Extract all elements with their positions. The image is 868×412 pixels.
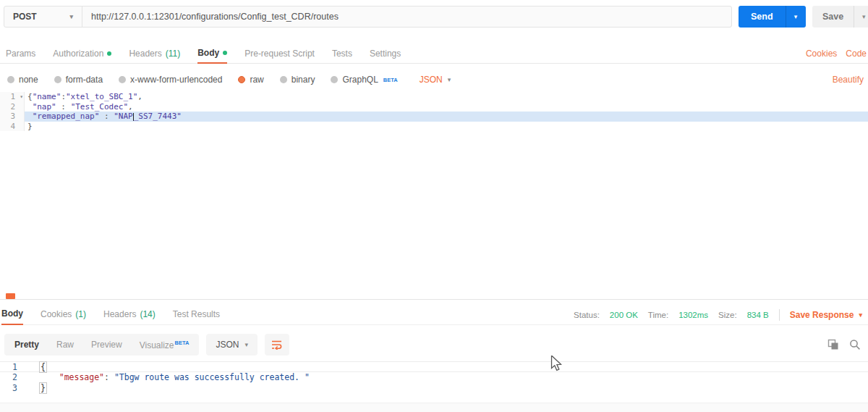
radio-graphql[interactable]: GraphQL BETA [331, 75, 397, 85]
url-input[interactable] [82, 7, 731, 27]
green-dot-icon [223, 51, 227, 55]
response-tab-body[interactable]: Body [1, 304, 23, 325]
code-token: : [99, 112, 114, 121]
raw-format-dropdown[interactable]: JSON ▾ [420, 75, 451, 85]
code-token: , [128, 102, 133, 112]
code-token: : [61, 92, 66, 101]
tab-tests[interactable]: Tests [332, 43, 352, 64]
tab-settings[interactable]: Settings [370, 43, 401, 64]
radio-selected-icon [238, 76, 245, 83]
tab-body[interactable]: Body [197, 43, 227, 64]
save-button[interactable]: Save [812, 6, 854, 28]
wrap-text-button[interactable] [265, 334, 289, 356]
green-dot-icon [107, 51, 111, 56]
request-url-bar: POST ▾ [4, 6, 732, 28]
send-button[interactable]: Send [739, 6, 786, 28]
chevron-down-icon: ▾ [69, 13, 73, 20]
tab-pre-request-script[interactable]: Pre-request Script [244, 43, 315, 64]
radio-label: x-www-form-urlencoded [130, 75, 222, 85]
radio-x-www-form-urlencoded[interactable]: x-www-form-urlencoded [119, 75, 222, 85]
beautify-link[interactable]: Beautify [833, 75, 864, 85]
fold-arrow-icon[interactable]: ▾ [20, 92, 23, 102]
bottom-scrollbar-track[interactable] [0, 403, 868, 412]
code-line[interactable]: 2 "nap" : "Test_Codec", [0, 102, 868, 112]
code-link[interactable]: Code [846, 49, 867, 59]
request-tabs: Params Authorization Headers (11) Body P… [0, 43, 868, 64]
response-format-dropdown[interactable]: JSON ▾ [206, 334, 258, 356]
radio-label: none [19, 75, 38, 85]
code-text: "nap" : "Test_Codec", [25, 102, 868, 112]
tab-count: (14) [140, 309, 155, 319]
code-text: } [25, 122, 868, 132]
code-text: "message": "Tbgw route was successfully … [23, 372, 868, 383]
code-token: { [39, 361, 47, 373]
method-select[interactable]: POST ▾ [4, 7, 82, 27]
cookies-link[interactable]: Cookies [806, 49, 837, 59]
radio-form-data[interactable]: form-data [54, 75, 103, 85]
response-tab-test-results[interactable]: Test Results [173, 304, 220, 325]
code-line[interactable]: 4} [0, 122, 868, 132]
code-text: {"name":"xtel_to_SBC_1", [25, 92, 868, 102]
tab-params[interactable]: Params [6, 43, 35, 64]
tab-count: (11) [166, 49, 180, 59]
view-raw[interactable]: Raw [56, 340, 74, 350]
copy-icon[interactable] [827, 339, 839, 350]
line-number: 1 [0, 362, 23, 371]
radio-icon [7, 76, 14, 83]
send-options-button[interactable]: ▾ [786, 6, 806, 28]
view-pretty[interactable]: Pretty [14, 340, 39, 350]
save-response-label: Save Response [790, 310, 854, 320]
splitter-accent[interactable] [6, 293, 15, 299]
status-label: Status: [574, 311, 600, 319]
line-number: 3 [0, 383, 23, 394]
view-visualize[interactable]: VisualizeBETA [140, 340, 190, 350]
search-icon[interactable] [849, 339, 861, 350]
divider [779, 309, 780, 321]
code-token: "xtel_to_SBC_1" [66, 92, 137, 101]
code-token: } [39, 382, 47, 394]
tab-label: Test Results [173, 309, 220, 319]
send-split-button: Send ▾ [739, 6, 806, 28]
response-body-editor[interactable]: 1{2 "message": "Tbgw route was successfu… [0, 361, 868, 394]
tab-count: (1) [75, 309, 86, 319]
code-line[interactable]: 2 "message": "Tbgw route was successfull… [0, 372, 868, 383]
code-token [27, 102, 33, 112]
response-tab-headers[interactable]: Headers (14) [103, 304, 156, 325]
code-text: } [23, 383, 868, 394]
response-tab-cookies[interactable]: Cookies (1) [41, 304, 86, 325]
code-token: } [27, 122, 33, 131]
line-number: 3 [0, 112, 25, 122]
tab-label: Params [6, 49, 35, 59]
request-body-editor[interactable]: 1▾{"name":"xtel_to_SBC_1",2 "nap" : "Tes… [0, 92, 868, 131]
radio-none[interactable]: none [7, 75, 38, 85]
response-meta: Status: 200 OK Time: 1302ms Size: 834 B … [574, 304, 862, 325]
code-text: { [23, 362, 868, 371]
code-token: "Test_Codec" [71, 102, 128, 112]
status-value: 200 OK [610, 311, 638, 319]
response-tabs: Body Cookies (1) Headers (14) Test Resul… [0, 304, 868, 325]
tab-authorization[interactable]: Authorization [53, 43, 111, 64]
code-token: , [137, 92, 142, 101]
save-response-button[interactable]: Save Response ▾ [790, 310, 862, 320]
code-line[interactable]: 1{ [0, 361, 868, 372]
code-line[interactable]: 3} [0, 383, 868, 394]
beta-badge: BETA [383, 77, 398, 83]
radio-label: form-data [66, 75, 103, 85]
code-token [39, 372, 59, 382]
line-number: 2 [0, 102, 25, 112]
code-line[interactable]: 3 "remapped_nap" : "NAP_SS7_7443" [0, 112, 868, 122]
pane-splitter[interactable] [0, 299, 868, 300]
view-preview[interactable]: Preview [91, 340, 122, 350]
code-line[interactable]: 1▾{"name":"xtel_to_SBC_1", [0, 92, 868, 102]
line-number: 1▾ [0, 92, 25, 102]
chevron-down-icon: ▾ [862, 13, 866, 20]
tab-label: Body [1, 308, 23, 319]
tab-label: Headers [129, 49, 161, 59]
save-options-button[interactable]: ▾ [854, 6, 868, 28]
size-label: Size: [718, 311, 737, 319]
tab-headers[interactable]: Headers (11) [129, 43, 180, 64]
line-number: 4 [0, 122, 25, 132]
tab-label: Settings [370, 49, 401, 59]
radio-raw[interactable]: raw [238, 75, 263, 85]
radio-binary[interactable]: binary [280, 75, 315, 85]
